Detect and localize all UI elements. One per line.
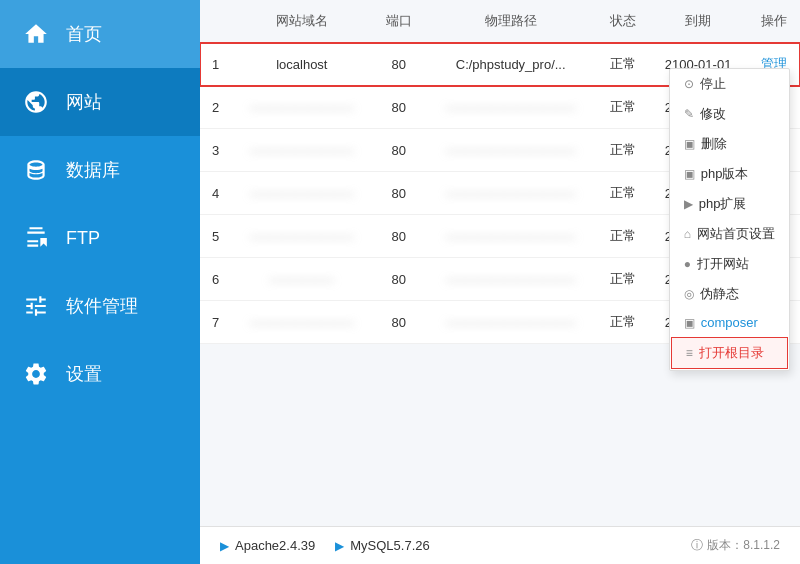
context-menu-php-ext-label: php扩展 bbox=[699, 195, 747, 213]
cell-index: 7 bbox=[200, 301, 231, 344]
context-menu: ⊙ 停止 ✎ 修改 ▣ 删除 ▣ php版本 ▶ php扩展 ⌂ 网站首页设置 bbox=[669, 68, 790, 371]
cell-status: 正常 bbox=[596, 86, 648, 129]
settings-icon bbox=[20, 358, 52, 390]
context-menu-open-root-label: 打开根目录 bbox=[699, 344, 764, 362]
cell-index: 2 bbox=[200, 86, 231, 129]
cell-status: 正常 bbox=[596, 172, 648, 215]
cell-index: 3 bbox=[200, 129, 231, 172]
php-ext-icon: ▶ bbox=[684, 197, 693, 211]
table-header-row: 网站域名 端口 物理路径 状态 到期 操作 bbox=[200, 0, 800, 43]
cell-index: 4 bbox=[200, 172, 231, 215]
mysql-status[interactable]: ▶ MySQL5.7.26 bbox=[335, 538, 430, 553]
sidebar-website-label: 网站 bbox=[66, 90, 102, 114]
version-icon: ⓘ bbox=[691, 537, 703, 554]
home-icon bbox=[20, 18, 52, 50]
context-menu-composer[interactable]: ▣ composer bbox=[670, 309, 789, 336]
cell-path: —————————— bbox=[425, 129, 596, 172]
sidebar-home-label: 首页 bbox=[66, 22, 102, 46]
version-info: ⓘ 版本：8.1.1.2 bbox=[691, 537, 780, 554]
cell-domain: ———————— bbox=[231, 129, 373, 172]
cell-path: —————————— bbox=[425, 172, 596, 215]
footer: ▶ Apache2.4.39 ▶ MySQL5.7.26 ⓘ 版本：8.1.1.… bbox=[200, 526, 800, 564]
main-content: 网站域名 端口 物理路径 状态 到期 操作 1 localhost 80 C:/… bbox=[200, 0, 800, 564]
context-menu-composer-label: composer bbox=[701, 315, 758, 330]
context-menu-homepage[interactable]: ⌂ 网站首页设置 bbox=[670, 219, 789, 249]
cell-path: —————————— bbox=[425, 215, 596, 258]
cell-domain: ———————— bbox=[231, 301, 373, 344]
cell-index: 1 bbox=[200, 43, 231, 86]
cell-port: 80 bbox=[373, 301, 425, 344]
context-menu-open-root[interactable]: ≡ 打开根目录 bbox=[671, 337, 788, 369]
cell-port: 80 bbox=[373, 43, 425, 86]
cell-port: 80 bbox=[373, 215, 425, 258]
sidebar-item-website[interactable]: 网站 bbox=[0, 68, 200, 136]
cell-status: 正常 bbox=[596, 215, 648, 258]
cell-domain: ————— bbox=[231, 258, 373, 301]
sidebar-item-ftp[interactable]: FTP bbox=[0, 204, 200, 272]
mysql-play-icon: ▶ bbox=[335, 539, 344, 553]
context-menu-pseudo-static[interactable]: ◎ 伪静态 bbox=[670, 279, 789, 309]
cell-status: 正常 bbox=[596, 129, 648, 172]
context-menu-open-website[interactable]: ● 打开网站 bbox=[670, 249, 789, 279]
apache-label: Apache2.4.39 bbox=[235, 538, 315, 553]
sidebar-software-label: 软件管理 bbox=[66, 294, 138, 318]
col-port: 端口 bbox=[373, 0, 425, 43]
table-wrapper: 网站域名 端口 物理路径 状态 到期 操作 1 localhost 80 C:/… bbox=[200, 0, 800, 526]
sidebar-item-home[interactable]: 首页 bbox=[0, 0, 200, 68]
homepage-icon: ⌂ bbox=[684, 227, 691, 241]
cell-domain: ———————— bbox=[231, 172, 373, 215]
context-menu-edit-label: 修改 bbox=[700, 105, 726, 123]
delete-icon: ▣ bbox=[684, 137, 695, 151]
cell-status: 正常 bbox=[596, 301, 648, 344]
context-menu-open-website-label: 打开网站 bbox=[697, 255, 749, 273]
globe-icon bbox=[20, 86, 52, 118]
apache-status[interactable]: ▶ Apache2.4.39 bbox=[220, 538, 315, 553]
sidebar-settings-label: 设置 bbox=[66, 362, 102, 386]
edit-icon: ✎ bbox=[684, 107, 694, 121]
cell-port: 80 bbox=[373, 86, 425, 129]
context-menu-delete[interactable]: ▣ 删除 bbox=[670, 129, 789, 159]
open-website-icon: ● bbox=[684, 257, 691, 271]
open-root-icon: ≡ bbox=[686, 346, 693, 360]
apache-play-icon: ▶ bbox=[220, 539, 229, 553]
cell-path: —————————— bbox=[425, 86, 596, 129]
composer-icon: ▣ bbox=[684, 316, 695, 330]
context-menu-edit[interactable]: ✎ 修改 bbox=[670, 99, 789, 129]
col-status: 状态 bbox=[596, 0, 648, 43]
col-action: 操作 bbox=[747, 0, 800, 43]
cell-port: 80 bbox=[373, 258, 425, 301]
context-menu-stop-label: 停止 bbox=[700, 75, 726, 93]
context-menu-delete-label: 删除 bbox=[701, 135, 727, 153]
software-icon bbox=[20, 290, 52, 322]
cell-path: —————————— bbox=[425, 258, 596, 301]
ftp-icon bbox=[20, 222, 52, 254]
context-menu-homepage-label: 网站首页设置 bbox=[697, 225, 775, 243]
col-path: 物理路径 bbox=[425, 0, 596, 43]
pseudo-static-icon: ◎ bbox=[684, 287, 694, 301]
cell-port: 80 bbox=[373, 129, 425, 172]
col-domain: 网站域名 bbox=[231, 0, 373, 43]
context-menu-pseudo-static-label: 伪静态 bbox=[700, 285, 739, 303]
php-version-icon: ▣ bbox=[684, 167, 695, 181]
cell-status: 正常 bbox=[596, 258, 648, 301]
mysql-label: MySQL5.7.26 bbox=[350, 538, 430, 553]
sidebar-item-database[interactable]: 数据库 bbox=[0, 136, 200, 204]
cell-index: 6 bbox=[200, 258, 231, 301]
version-label: 版本：8.1.1.2 bbox=[707, 537, 780, 554]
sidebar-item-settings[interactable]: 设置 bbox=[0, 340, 200, 408]
database-icon bbox=[20, 154, 52, 186]
cell-path: —————————— bbox=[425, 301, 596, 344]
cell-path: C:/phpstudy_pro/... bbox=[425, 43, 596, 86]
stop-icon: ⊙ bbox=[684, 77, 694, 91]
sidebar: 首页 网站 数据库 FTP 软件管理 设置 bbox=[0, 0, 200, 564]
sidebar-item-software[interactable]: 软件管理 bbox=[0, 272, 200, 340]
sidebar-database-label: 数据库 bbox=[66, 158, 120, 182]
context-menu-php-version[interactable]: ▣ php版本 bbox=[670, 159, 789, 189]
context-menu-stop[interactable]: ⊙ 停止 bbox=[670, 69, 789, 99]
cell-index: 5 bbox=[200, 215, 231, 258]
col-expiry: 到期 bbox=[649, 0, 748, 43]
cell-domain: ———————— bbox=[231, 86, 373, 129]
cell-domain: ———————— bbox=[231, 215, 373, 258]
context-menu-php-ext[interactable]: ▶ php扩展 bbox=[670, 189, 789, 219]
context-menu-php-version-label: php版本 bbox=[701, 165, 749, 183]
